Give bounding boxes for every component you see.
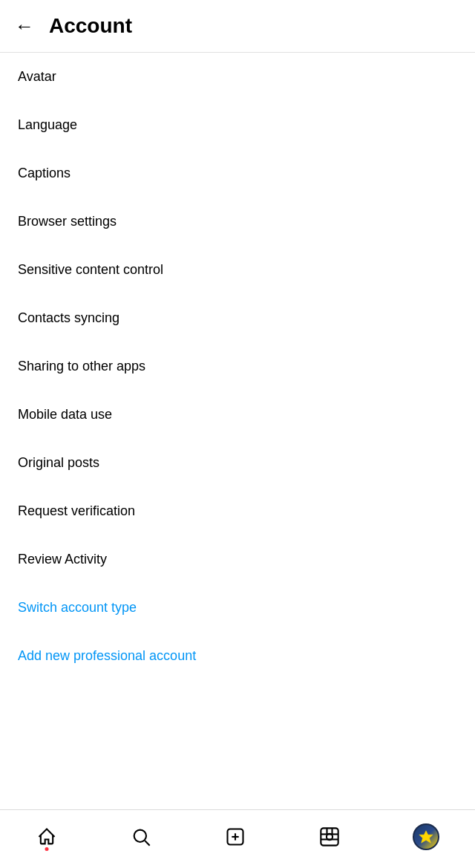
menu-item-label-sensitive-content: Sensitive content control [18,262,163,278]
menu-item-label-sharing: Sharing to other apps [18,359,145,374]
home-icon [36,826,58,848]
menu-item-review-activity[interactable]: Review Activity [0,535,475,584]
svg-marker-11 [419,831,432,843]
page-title: Account [49,14,132,38]
nav-home[interactable] [30,823,64,851]
back-button[interactable]: ← [12,13,43,39]
menu-item-mobile-data[interactable]: Mobile data use [0,391,475,439]
menu-item-captions[interactable]: Captions [0,149,475,198]
menu-item-contacts-syncing[interactable]: Contacts syncing [0,294,475,342]
create-icon [224,826,246,848]
reels-icon [318,826,341,848]
nav-profile[interactable] [407,820,445,853]
home-dot [45,847,49,851]
menu-item-add-professional[interactable]: Add new professional account [0,632,475,680]
menu-item-label-add-professional: Add new professional account [18,648,196,664]
menu-item-label-browser-settings: Browser settings [18,214,117,229]
menu-item-label-request-verification: Request verification [18,503,135,519]
svg-point-0 [134,830,146,842]
bottom-nav [0,809,475,868]
svg-rect-5 [321,828,338,845]
menu-item-original-posts[interactable]: Original posts [0,439,475,487]
menu-item-language[interactable]: Language [0,101,475,149]
nav-create[interactable] [218,823,252,851]
nav-search[interactable] [124,823,158,851]
menu-item-label-switch-account: Switch account type [18,600,137,616]
nav-reels[interactable] [312,823,347,851]
menu-item-label-original-posts: Original posts [18,455,99,471]
menu-item-switch-account[interactable]: Switch account type [0,584,475,632]
menu-item-label-mobile-data: Mobile data use [18,407,112,422]
menu-item-sensitive-content[interactable]: Sensitive content control [0,246,475,294]
menu-item-avatar[interactable]: Avatar [0,53,475,101]
menu-item-label-captions: Captions [18,166,71,181]
header: ← Account [0,0,475,53]
avatar [413,823,439,850]
menu-item-label-review-activity: Review Activity [18,552,107,567]
menu-item-sharing[interactable]: Sharing to other apps [0,342,475,391]
back-arrow-icon: ← [15,16,34,36]
svg-line-1 [145,841,149,845]
search-icon [130,826,152,848]
menu-list: AvatarLanguageCaptionsBrowser settingsSe… [0,53,475,809]
menu-item-label-contacts-syncing: Contacts syncing [18,310,119,326]
menu-item-label-avatar: Avatar [18,69,56,85]
menu-item-request-verification[interactable]: Request verification [0,487,475,535]
menu-item-label-language: Language [18,117,77,133]
menu-item-browser-settings[interactable]: Browser settings [0,198,475,246]
